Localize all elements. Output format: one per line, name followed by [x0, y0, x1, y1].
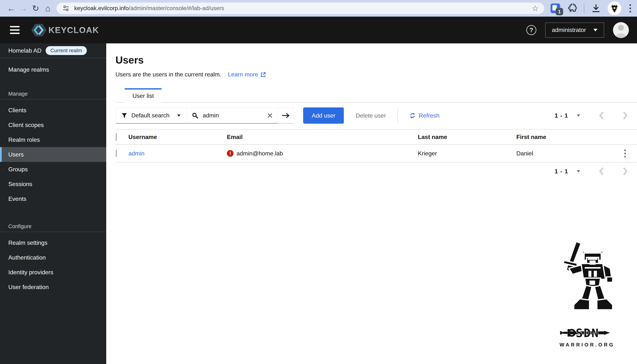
current-realm-badge: Current realm	[46, 46, 87, 55]
sidebar-item-clients[interactable]: Clients	[0, 103, 106, 118]
sidebar-item-manage-realms[interactable]: Manage realms	[0, 62, 106, 77]
col-email: Email	[227, 134, 418, 140]
select-all-checkbox[interactable]	[116, 133, 117, 141]
back-icon[interactable]: ←	[5, 3, 17, 13]
nav-section-manage: Manage	[0, 88, 106, 99]
clear-search-icon[interactable]	[267, 113, 272, 118]
sidebar-item-sessions[interactable]: Sessions	[0, 177, 106, 192]
tab-user-list[interactable]: User list	[125, 88, 162, 103]
extensions-puzzle-icon[interactable]	[567, 4, 577, 13]
page-description: Users are the users in the current realm…	[115, 71, 221, 78]
pagination-bottom: 1 - 1	[115, 167, 637, 175]
site-info-icon[interactable]	[62, 4, 70, 12]
tab-bar: User list	[115, 88, 637, 103]
external-link-icon	[260, 72, 266, 78]
sidebar-item-realm-roles[interactable]: Realm roles	[0, 132, 106, 147]
col-last-name: Last name	[418, 134, 516, 140]
forward-icon[interactable]: →	[17, 3, 30, 13]
extension-badge: 1	[556, 8, 563, 15]
browser-menu-icon[interactable]	[628, 3, 632, 14]
sdn-warrior-watermark: SDN WARRIOR.ORG	[548, 237, 626, 348]
divider	[397, 108, 398, 123]
prev-page-icon[interactable]	[598, 167, 604, 175]
prev-page-icon[interactable]	[598, 112, 604, 120]
pagination-range: 1 - 1	[555, 168, 568, 175]
chevron-down-icon	[593, 29, 597, 32]
last-name-value: Krieger	[418, 150, 516, 157]
sidebar-item-authentication[interactable]: Authentication	[0, 250, 106, 265]
email-value: admin@home.lab	[236, 150, 283, 157]
sidebar-item-identity-providers[interactable]: Identity providers	[0, 265, 106, 280]
pagination-top: 1 - 1	[555, 112, 628, 120]
users-table: Username Email Last name First name admi…	[115, 129, 637, 162]
avatar[interactable]	[613, 22, 629, 38]
brand-text: KEYCLOAK	[48, 25, 99, 35]
search-icon	[192, 112, 198, 119]
search-value: admin	[203, 112, 263, 119]
pagination-menu-icon[interactable]	[577, 170, 580, 172]
sidebar-nav: Homelab AD Current realm Manage realms M…	[0, 44, 106, 364]
sdn-sword-logo: SDN	[550, 326, 624, 340]
pagination-range: 1 - 1	[555, 112, 568, 119]
search-type-dropdown[interactable]: Default search	[116, 108, 187, 124]
help-icon[interactable]: ?	[526, 25, 536, 35]
col-username: Username	[128, 134, 227, 140]
search-input[interactable]: admin	[187, 108, 278, 124]
next-page-icon[interactable]	[622, 167, 628, 175]
password-extension-icon[interactable]: 1	[550, 4, 560, 13]
delete-user-button[interactable]: Delete user	[356, 112, 386, 119]
next-page-icon[interactable]	[622, 112, 628, 120]
arrow-right-icon	[281, 112, 290, 119]
user-menu-dropdown[interactable]: administrator	[545, 22, 604, 38]
browser-toolbar: ← → ↻ ⌂ keycloak.evilcorp.info/admin/mas…	[0, 0, 637, 16]
watermark-subtitle: WARRIOR.ORG	[548, 342, 626, 348]
first-name-value: Daniel	[516, 150, 613, 157]
chevron-down-icon	[177, 114, 181, 116]
row-actions-kebab-icon[interactable]	[622, 148, 628, 159]
add-user-button[interactable]: Add user	[303, 108, 344, 124]
table-toolbar: Default search admin	[115, 108, 637, 124]
table-header-row: Username Email Last name First name	[115, 130, 637, 145]
username-link[interactable]: admin	[128, 150, 144, 157]
refresh-button[interactable]: Refresh	[409, 112, 440, 119]
sidebar-item-users[interactable]: Users	[0, 147, 106, 162]
nav-toggle-icon[interactable]	[8, 24, 22, 36]
table-row: admin ! admin@home.lab Krieger Daniel	[115, 145, 637, 162]
reload-icon[interactable]: ↻	[30, 3, 42, 13]
downloads-icon[interactable]	[591, 4, 601, 13]
realm-selector[interactable]: Homelab AD Current realm	[0, 44, 106, 58]
main-content: Users Users are the users in the current…	[106, 44, 637, 364]
toolbar-separator	[584, 4, 584, 13]
nav-section-configure: Configure	[0, 221, 106, 232]
learn-more-link[interactable]: Learn more	[228, 71, 266, 78]
sidebar-item-client-scopes[interactable]: Client scopes	[0, 118, 106, 132]
bookmark-star-icon[interactable]: ☆	[532, 4, 539, 13]
filter-icon	[121, 112, 127, 118]
app-header: KEYCLOAK ? administrator	[0, 16, 637, 44]
keycloak-logo: KEYCLOAK	[29, 22, 99, 39]
page-title: Users	[115, 54, 637, 66]
home-icon[interactable]: ⌂	[42, 3, 54, 13]
col-first-name: First name	[516, 134, 613, 140]
realm-name: Homelab AD	[8, 47, 42, 54]
address-bar[interactable]: keycloak.evilcorp.info/admin/master/cons…	[57, 2, 544, 14]
browser-profile-avatar[interactable]	[608, 2, 621, 15]
sidebar-item-realm-settings[interactable]: Realm settings	[0, 235, 106, 250]
pixel-warrior-icon	[557, 237, 617, 326]
svg-text:SDN: SDN	[576, 326, 599, 340]
search-submit-button[interactable]	[278, 108, 293, 124]
user-menu-label: administrator	[552, 26, 586, 34]
email-error-icon: !	[227, 150, 233, 157]
sidebar-item-groups[interactable]: Groups	[0, 162, 106, 177]
sidebar-item-events[interactable]: Events	[0, 192, 106, 206]
pagination-menu-icon[interactable]	[577, 114, 580, 117]
url-text: keycloak.evilcorp.info/admin/master/cons…	[74, 5, 224, 12]
refresh-icon	[409, 112, 416, 119]
sidebar-item-user-federation[interactable]: User federation	[0, 280, 106, 294]
row-checkbox[interactable]	[116, 150, 117, 157]
